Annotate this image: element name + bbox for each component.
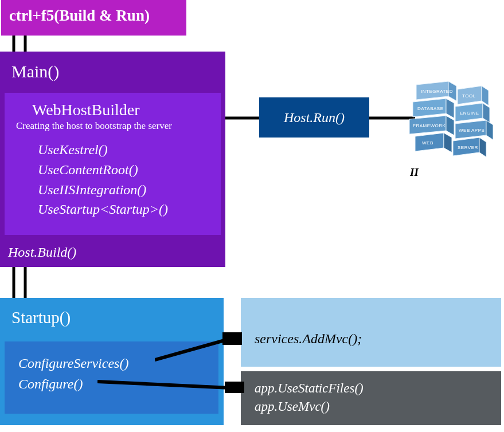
host-build-label: Host.Build()	[8, 245, 76, 260]
method-useiisintegration: UseIISIntegration()	[38, 180, 215, 200]
cube-server: SERVER	[458, 145, 478, 150]
method-configureservices: ConfigureServices()	[18, 353, 205, 374]
method-usecontentroot: UseContentRoot()	[38, 160, 215, 180]
webhostbuilder-box: WebHostBuilder Creating the host to boot…	[5, 93, 221, 235]
cube-database: DATABASE	[417, 106, 444, 111]
server-stack-illustration: INTEGRATED TOOL DATABASE ENGINE FRAMEWOR…	[407, 74, 493, 160]
svg-rect-23	[222, 332, 242, 345]
addmvc-label: services.AddMvc();	[255, 331, 362, 346]
startup-title: Startup()	[11, 308, 212, 327]
svg-marker-13	[446, 116, 454, 135]
ctrl-f5-box: ctrl+f5(Build & Run)	[1, 0, 186, 36]
addmvc-box: services.AddMvc();	[241, 298, 501, 367]
configure-body-box: app.UseStaticFiles() app.UseMvc()	[241, 371, 501, 425]
svg-marker-7	[482, 86, 489, 105]
cube-tool: TOOL	[462, 93, 476, 99]
configure-line1: app.UseStaticFiles()	[255, 379, 487, 398]
svg-marker-15	[486, 120, 493, 140]
method-usekestrel: UseKestrel()	[38, 140, 215, 160]
svg-marker-11	[483, 103, 490, 123]
cube-webapps: WEB APPS	[459, 128, 485, 133]
connector-ctrl-to-main	[10, 36, 33, 52]
connector-main-to-startup	[10, 267, 33, 298]
server-label: II	[410, 166, 419, 179]
webhostbuilder-methods: UseKestrel() UseContentRoot() UseIISInte…	[38, 140, 215, 219]
ctrl-f5-label: ctrl+f5(Build & Run)	[9, 7, 150, 24]
main-box: Main() WebHostBuilder Creating the host …	[0, 52, 225, 267]
svg-marker-9	[446, 99, 454, 118]
svg-marker-19	[479, 138, 486, 157]
hostrun-label: Host.Run()	[284, 110, 345, 125]
cube-engine: ENGINE	[460, 111, 479, 116]
connector-main-to-hostrun	[225, 115, 259, 121]
hostrun-box: Host.Run()	[259, 97, 369, 138]
startup-inner-box: ConfigureServices() Configure()	[5, 341, 218, 414]
method-usestartup: UseStartup<Startup>()	[38, 199, 215, 219]
startup-box: Startup() ConfigureServices() Configure(…	[0, 298, 224, 425]
main-title: Main()	[11, 62, 214, 81]
method-configure: Configure()	[18, 374, 205, 394]
svg-marker-17	[444, 133, 452, 152]
webhostbuilder-title: WebHostBuilder	[32, 101, 215, 119]
cube-integrated: INTEGRATED	[421, 89, 453, 94]
cube-framework: FRAMEWORK	[413, 123, 446, 128]
webhostbuilder-subtitle: Creating the host to bootstrap the serve…	[16, 120, 215, 132]
configure-line2: app.UseMvc()	[255, 398, 487, 416]
cube-web: WEB	[422, 140, 433, 146]
